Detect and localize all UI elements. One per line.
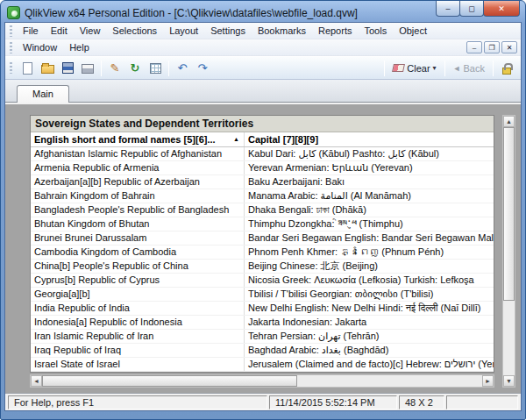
menu-item-layout[interactable]: Layout bbox=[163, 24, 204, 38]
horizontal-scroll-track[interactable] bbox=[42, 375, 482, 387]
menu-item-view[interactable]: View bbox=[74, 24, 107, 38]
country-cell[interactable]: Bahrain Kingdom of Bahrain bbox=[31, 189, 245, 203]
vertical-scroll-thumb[interactable] bbox=[503, 127, 515, 301]
country-cell[interactable]: Armenia Republic of Armenia bbox=[31, 161, 245, 174]
capital-cell[interactable]: Thimphu Dzongkha: ཐིམ་ཕུ (Thimphu) bbox=[245, 217, 494, 231]
table-row[interactable]: China[b] People's Republic of China Beij… bbox=[31, 260, 494, 274]
table-row[interactable]: Indonesia[a] Republic of Indonesia Jakar… bbox=[31, 316, 494, 330]
country-cell[interactable]: Cyprus[b] Republic of Cyprus bbox=[31, 274, 245, 287]
reload-icon: ↻ bbox=[131, 62, 140, 74]
close-button[interactable]: ✕ bbox=[483, 1, 520, 17]
edit-script-icon: ✎ bbox=[110, 62, 120, 74]
mdi-restore-button[interactable]: ❐ bbox=[484, 41, 500, 53]
table-row[interactable]: Georgia[a][b] Tbilisi / T'bilisi Georgia… bbox=[31, 288, 494, 302]
edit-script-button[interactable]: ✎ bbox=[105, 59, 124, 78]
lock-button[interactable] bbox=[497, 59, 516, 78]
save-button[interactable] bbox=[58, 59, 77, 78]
scroll-down-icon[interactable]: ▼ bbox=[503, 375, 515, 387]
capital-cell[interactable]: Baku Azerbaijani: Bakı bbox=[245, 175, 494, 189]
capital-cell[interactable]: Manama Arabic: المنامة (Al Manāmah) bbox=[245, 189, 494, 203]
save-icon bbox=[62, 62, 74, 74]
country-cell[interactable]: Indonesia[a] Republic of Indonesia bbox=[31, 316, 245, 329]
table-row[interactable]: Cyprus[b] Republic of Cyprus Nicosia Gre… bbox=[31, 274, 494, 288]
table-row[interactable]: Iran Islamic Republic of Iran Tehran Per… bbox=[31, 330, 494, 344]
capital-cell[interactable]: Baghdad Arabic: بغداد (Baghdād) bbox=[245, 344, 494, 357]
redo-button[interactable]: ↷ bbox=[193, 59, 212, 78]
capital-cell[interactable]: Jakarta Indonesian: Jakarta bbox=[245, 316, 494, 329]
menu-item-edit[interactable]: Edit bbox=[45, 24, 74, 38]
table-viewer-button[interactable] bbox=[146, 59, 165, 78]
scroll-up-icon[interactable]: ▲ bbox=[503, 116, 515, 127]
scroll-right-icon[interactable]: ► bbox=[482, 375, 494, 387]
maximize-button[interactable]: ◻ bbox=[459, 1, 484, 17]
capital-cell[interactable]: Yerevan Armenian: Երևան (Yerevan) bbox=[245, 161, 494, 174]
titlebar[interactable]: QlikView x64 Personal Edition - [C:\Qlik… bbox=[4, 4, 522, 22]
table-caption[interactable]: Sovereign States and Dependent Territori… bbox=[31, 116, 494, 132]
column-header-capital[interactable]: Capital [7][8][9] bbox=[245, 132, 494, 146]
new-file-button[interactable] bbox=[18, 59, 37, 78]
print-button[interactable] bbox=[78, 59, 97, 78]
country-cell[interactable]: Iraq Republic of Iraq bbox=[31, 344, 245, 357]
capital-cell[interactable]: Beijing Chinese: 北京 (Beijing) bbox=[245, 260, 494, 273]
tab-main[interactable]: Main bbox=[17, 85, 69, 103]
clear-dropdown-icon[interactable]: ▾ bbox=[433, 64, 437, 72]
country-cell[interactable]: Bhutan Kingdom of Bhutan bbox=[31, 217, 245, 231]
status-bar: For Help, press F1 11/14/2015 5:52:14 PM… bbox=[5, 393, 521, 410]
country-cell[interactable]: Azerbaijan[a][b] Republic of Azerbaijan bbox=[31, 175, 245, 189]
capital-cell[interactable]: Kabul Dari: كابل (Kābul) Pashto: كابل (K… bbox=[245, 147, 494, 160]
country-cell[interactable]: Cambodia Kingdom of Cambodia bbox=[31, 246, 245, 259]
new-file-icon bbox=[23, 62, 32, 75]
open-button[interactable] bbox=[38, 59, 57, 78]
country-cell[interactable]: Iran Islamic Republic of Iran bbox=[31, 330, 245, 343]
table-row[interactable]: Bangladesh People's Republic of Banglade… bbox=[31, 203, 494, 217]
table-row[interactable]: Bahrain Kingdom of Bahrain Manama Arabic… bbox=[31, 189, 494, 203]
menu-item-bookmarks[interactable]: Bookmarks bbox=[252, 24, 312, 38]
horizontal-scroll-thumb[interactable] bbox=[42, 375, 297, 387]
table-row[interactable]: India Republic of India New Delhi Englis… bbox=[31, 302, 494, 316]
scroll-left-icon[interactable]: ◄ bbox=[31, 375, 42, 387]
capital-cell[interactable]: Tbilisi / T'bilisi Georgian: თბილისი (T'… bbox=[245, 288, 494, 301]
menu-item-help[interactable]: Help bbox=[63, 40, 96, 54]
menu-item-tools[interactable]: Tools bbox=[358, 24, 393, 38]
capital-cell[interactable]: Nicosia Greek: Λευκωσία (Lefkosia) Turki… bbox=[245, 274, 494, 287]
table-row[interactable]: Israel State of Israel Jerusalem (Claime… bbox=[31, 358, 494, 372]
menu-item-window[interactable]: Window bbox=[17, 40, 63, 54]
table-row[interactable]: Iraq Republic of Iraq Baghdad Arabic: بغ… bbox=[31, 344, 494, 358]
undo-button[interactable]: ↶ bbox=[173, 59, 192, 78]
table-row[interactable]: Bhutan Kingdom of Bhutan Thimphu Dzongkh… bbox=[31, 217, 494, 231]
mdi-close-button[interactable]: ✕ bbox=[501, 41, 517, 53]
table-row[interactable]: Afghanistan Islamic Republic of Afghanis… bbox=[31, 147, 494, 161]
qlikview-app-icon bbox=[7, 6, 20, 19]
menu-item-reports[interactable]: Reports bbox=[312, 24, 359, 38]
vertical-scrollbar[interactable]: ▲ ▼ bbox=[502, 115, 515, 388]
capital-cell[interactable]: Dhaka Bengali: ঢাকা (Dhākā) bbox=[245, 203, 494, 217]
menu-item-object[interactable]: Object bbox=[393, 24, 433, 38]
menu-item-file[interactable]: File bbox=[17, 24, 45, 38]
back-button[interactable]: ◄ Back bbox=[449, 59, 489, 78]
capital-cell[interactable]: Phnom Penh Khmer: ភ្នំពេញ (Phnum Pénh) bbox=[245, 246, 494, 259]
table-row[interactable]: Cambodia Kingdom of Cambodia Phnom Penh … bbox=[31, 246, 494, 260]
vertical-scroll-track[interactable] bbox=[503, 127, 515, 375]
country-cell[interactable]: Georgia[a][b] bbox=[31, 288, 245, 301]
country-cell[interactable]: Afghanistan Islamic Republic of Afghanis… bbox=[31, 147, 245, 160]
mdi-minimize-button[interactable]: – bbox=[466, 41, 482, 53]
country-cell[interactable]: India Republic of India bbox=[31, 302, 245, 315]
country-cell[interactable]: Bangladesh People's Republic of Banglade… bbox=[31, 203, 245, 217]
column-header-names[interactable]: English short and formal names [5][6]...… bbox=[31, 132, 245, 146]
capital-cell[interactable]: Tehran Persian: تهران (Tehrān) bbox=[245, 330, 494, 343]
capital-cell[interactable]: New Delhi English: New Delhi Hindi: नई द… bbox=[245, 302, 494, 315]
table-row[interactable]: Armenia Republic of Armenia Yerevan Arme… bbox=[31, 161, 494, 175]
menu-item-selections[interactable]: Selections bbox=[106, 24, 163, 38]
country-cell[interactable]: Brunei Brunei Darussalam bbox=[31, 231, 245, 245]
capital-cell[interactable]: Bandar Seri Begawan English: Bandar Seri… bbox=[245, 231, 494, 245]
country-cell[interactable]: China[b] People's Republic of China bbox=[31, 260, 245, 273]
menu-item-settings[interactable]: Settings bbox=[204, 24, 252, 38]
country-cell[interactable]: Israel State of Israel bbox=[31, 358, 245, 371]
table-row[interactable]: Brunei Brunei Darussalam Bandar Seri Beg… bbox=[31, 231, 494, 246]
horizontal-scrollbar[interactable]: ◄ ► bbox=[30, 374, 494, 388]
reload-button[interactable]: ↻ bbox=[125, 59, 145, 78]
clear-button[interactable]: Clear ▾ bbox=[388, 59, 440, 78]
capital-cell[interactable]: Jerusalem (Claimed and de facto)[c] Hebr… bbox=[245, 358, 494, 371]
table-row[interactable]: Azerbaijan[a][b] Republic of Azerbaijan … bbox=[31, 175, 494, 189]
minimize-button[interactable]: – bbox=[436, 1, 460, 17]
